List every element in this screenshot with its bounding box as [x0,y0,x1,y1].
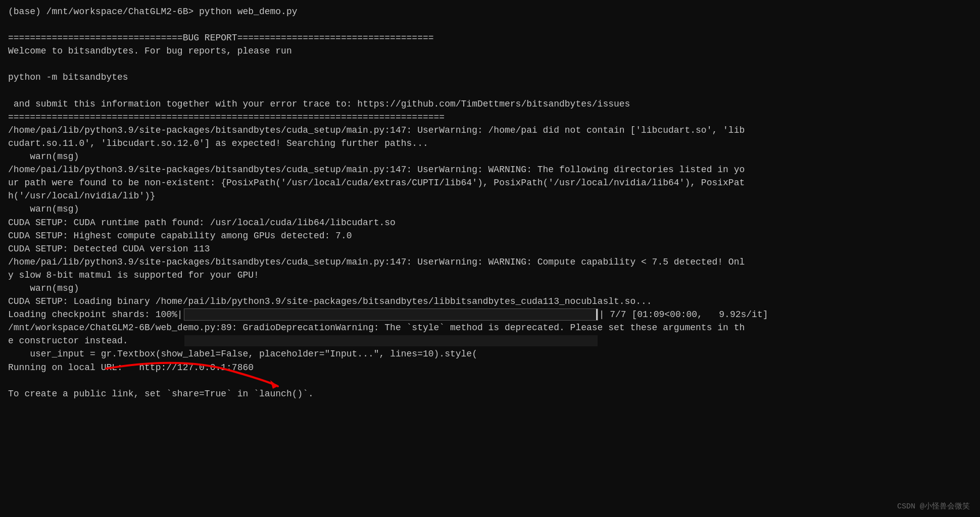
warning1-line: /home/pai/lib/python3.9/site-packages/bi… [8,124,972,137]
progress-cursor [596,309,598,320]
progress-bar-row: Loading checkpoint shards: 100%| | 7/7 [… [8,308,972,321]
cuda1-line: CUDA SETUP: CUDA runtime path found: /us… [8,216,972,229]
warn3-line: warn(msg) [8,282,972,295]
warn1-line: warn(msg) [8,150,972,163]
progress-fill [184,335,598,346]
progress-suffix: | 7/7 [01:09<00:00, 9.92s/it] [599,308,768,321]
empty-line-0 [8,18,972,31]
warn2-line: warn(msg) [8,202,972,216]
python-cmd-line: python -m bitsandbytes [8,71,972,84]
empty-line-1 [8,58,972,71]
terminal-window: (base) /mnt/workspace/ChatGLM2-6B> pytho… [0,0,980,405]
cuda4-line: CUDA SETUP: Loading binary /home/pai/lib… [8,295,972,308]
warning2-line: /home/pai/lib/python3.9/site-packages/bi… [8,163,972,176]
progress-bar [184,308,598,321]
prompt-line: (base) /mnt/workspace/ChatGLM2-6B> pytho… [8,5,972,18]
public-link-line: To create a public link, set `share=True… [8,387,972,400]
warning2c-line: h('/usr/local/nvidia/lib')} [8,189,972,202]
warning3b-line: y slow 8-bit matmul is supported for you… [8,269,972,282]
warning1b-line: cudart.so.11.0', 'libcudart.so.12.0'] as… [8,137,972,150]
progress-label: Loading checkpoint shards: 100%| [8,308,183,321]
separator-line-2: ========================================… [8,111,972,124]
separator-line-1: ================================BUG REPO… [8,31,972,44]
cuda2-line: CUDA SETUP: Highest compute capability a… [8,229,972,242]
submit-line: and submit this information together wit… [8,97,972,111]
warning2b-line: ur path were found to be non-existent: {… [8,176,972,189]
warning3-line: /home/pai/lib/python3.9/site-packages/bi… [8,255,972,269]
cuda3-line: CUDA SETUP: Detected CUDA version 113 [8,242,972,255]
welcome-line: Welcome to bitsandbytes. For bug reports… [8,44,972,58]
empty-line-2 [8,84,972,97]
watermark: CSDN @小怪兽会微笑 [897,501,970,511]
